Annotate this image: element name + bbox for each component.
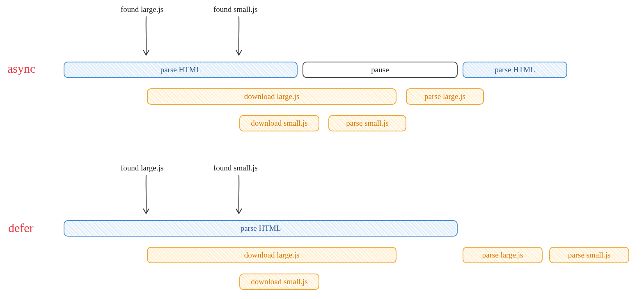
diagram-canvas: async found large.js found small.js pars…: [0, 0, 644, 299]
timeline-bar-download-small: download small.js: [239, 274, 319, 290]
timeline-bar-parse-small: parse small.js: [328, 115, 406, 131]
defer-label: defer: [8, 221, 34, 235]
timeline-bar-parse-large: parse large.js: [406, 88, 484, 105]
async-label: async: [7, 62, 35, 76]
timeline-bar-parse-small: parse small.js: [549, 247, 629, 263]
arrow-down-icon: [233, 175, 245, 215]
annotation-found-small-async: found small.js: [213, 5, 258, 14]
arrow-down-icon: [140, 16, 153, 57]
timeline-bar-parse-html: parse HTML: [463, 62, 567, 78]
arrow-down-icon: [233, 16, 245, 57]
timeline-bar-parse-html: parse HTML: [64, 62, 298, 78]
arrow-down-icon: [140, 175, 153, 215]
timeline-bar-download-large: download large.js: [147, 88, 396, 105]
timeline-bar-parse-large: parse large.js: [463, 247, 543, 263]
timeline-bar-download-large: download large.js: [147, 247, 396, 263]
timeline-bar-pause: pause: [303, 62, 458, 78]
annotation-found-large-defer: found large.js: [121, 163, 163, 172]
annotation-found-large-async: found large.js: [121, 5, 163, 14]
annotation-found-small-defer: found small.js: [213, 163, 258, 172]
timeline-bar-parse-html: parse HTML: [64, 220, 458, 237]
timeline-bar-download-small: download small.js: [239, 115, 319, 131]
